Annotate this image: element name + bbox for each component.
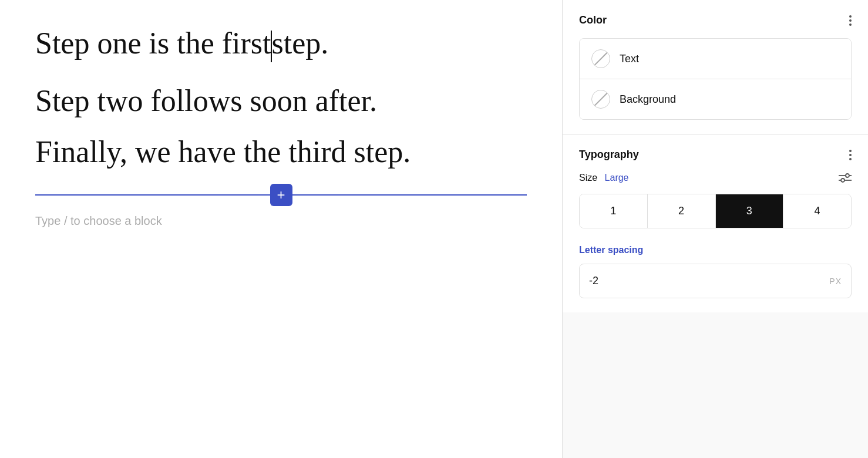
add-block-row: +: [35, 184, 527, 206]
block-placeholder: Type / to choose a block: [35, 214, 527, 228]
properties-panel: Color Text Background Typography: [563, 0, 868, 458]
letter-spacing-input[interactable]: [580, 264, 820, 298]
letter-spacing-unit: PX: [820, 277, 851, 286]
letter-spacing-input-row: PX: [579, 264, 852, 298]
typography-more-options-button[interactable]: [849, 150, 852, 160]
add-block-button[interactable]: +: [270, 184, 292, 206]
color-more-options-button[interactable]: [849, 15, 852, 26]
plus-icon: +: [277, 188, 285, 202]
background-color-icon: [591, 90, 610, 109]
dot-3: [849, 23, 852, 26]
add-line-left: [35, 194, 270, 196]
text-line-1-part2: step.: [272, 26, 329, 60]
size-btn-3[interactable]: 3: [716, 194, 784, 228]
dot-2: [849, 19, 852, 22]
color-section-header: Color: [579, 14, 852, 26]
text-line-2[interactable]: Step two follows soon after.: [35, 81, 527, 121]
size-value: Large: [605, 173, 629, 183]
size-slider-icon[interactable]: [839, 173, 852, 183]
size-label-group: Size Large: [579, 173, 629, 183]
size-btn-1[interactable]: 1: [580, 194, 648, 228]
dot-5: [849, 154, 852, 156]
add-line-right: [292, 194, 527, 196]
sliders-svg: [839, 173, 852, 183]
size-btn-2[interactable]: 2: [648, 194, 716, 228]
typography-section-title: Typography: [579, 149, 639, 161]
text-line-3[interactable]: Finally, we have the third step.: [35, 132, 527, 172]
editor-panel: Step one is the firststep. Step two foll…: [0, 0, 563, 458]
svg-point-3: [841, 179, 845, 182]
dot-1: [849, 15, 852, 18]
color-items-container: Text Background: [579, 38, 852, 120]
svg-point-1: [846, 174, 849, 177]
dot-6: [849, 158, 852, 160]
color-section-title: Color: [579, 14, 607, 26]
color-item-text[interactable]: Text: [580, 39, 851, 79]
typography-section-header: Typography: [579, 149, 852, 161]
size-btn-4[interactable]: 4: [783, 194, 851, 228]
typography-section: Typography Size Large: [563, 134, 868, 312]
size-label: Size: [579, 173, 597, 183]
dot-4: [849, 150, 852, 152]
size-buttons-group: 1 2 3 4: [579, 194, 852, 228]
letter-spacing-label: Letter spacing: [579, 245, 852, 255]
color-item-background[interactable]: Background: [580, 79, 851, 119]
color-section: Color Text Background: [563, 0, 868, 134]
text-color-label: Text: [620, 53, 639, 65]
size-row: Size Large: [579, 173, 852, 183]
text-line-1-part1: Step one is the first: [35, 26, 271, 60]
background-color-label: Background: [620, 93, 676, 106]
text-line-1[interactable]: Step one is the firststep.: [35, 23, 527, 63]
text-color-icon: [591, 49, 610, 68]
